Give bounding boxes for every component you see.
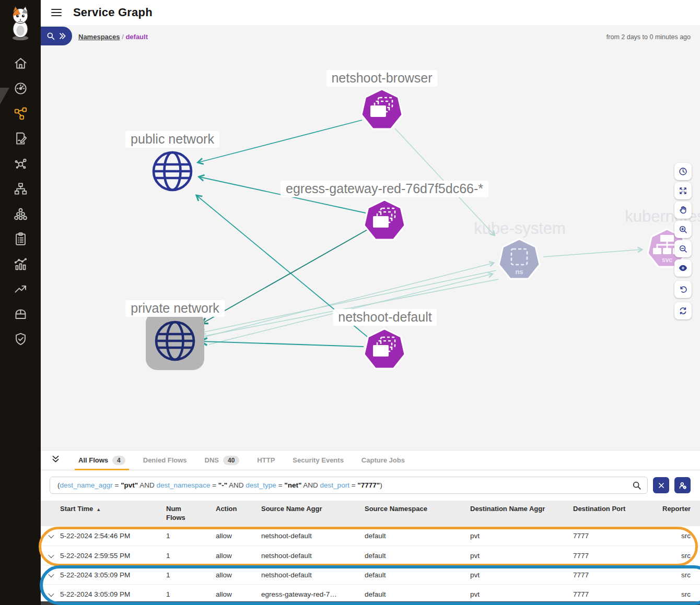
sidebar-item-security[interactable] [0, 326, 41, 351]
cell-source-name-aggr: egress-gateway-red-7… [261, 590, 365, 598]
node-kube-system[interactable]: ns [499, 239, 540, 279]
node-egress-gateway[interactable] [364, 200, 405, 240]
visibility-eye-icon [679, 264, 687, 272]
zoom-in-button[interactable] [674, 221, 692, 238]
breadcrumb-separator: / [122, 33, 124, 41]
query-token: "net" [284, 481, 301, 489]
node-label-private-network: private network [125, 300, 225, 317]
sidebar-item-network[interactable] [0, 151, 41, 176]
filter-query-input[interactable]: (dest_name_aggr = "pvt" AND dest_namespa… [50, 477, 648, 494]
sidebar-item-compliance[interactable] [0, 226, 41, 251]
collapse-panel-button[interactable] [51, 455, 60, 466]
time-button[interactable] [674, 163, 692, 180]
row-expand-chevron-icon[interactable] [48, 571, 54, 577]
search-icon[interactable] [632, 481, 641, 490]
column-header-source-namespace[interactable]: Source Namespace [365, 505, 470, 513]
sidebar-item-policies[interactable] [0, 126, 41, 151]
edge-kube-system-to-kubernetes[interactable] [543, 250, 641, 257]
time-range-label: from 2 days to 0 minutes ago [606, 33, 691, 41]
node-private-network[interactable] [146, 312, 204, 370]
app-window: Service Graph Namespaces / default from … [0, 0, 700, 605]
zoom-out-icon [679, 244, 687, 253]
cell-source-name-aggr: netshoot-default [261, 552, 365, 560]
cell-dest-port: 7777 [573, 571, 662, 579]
refresh-icon [679, 306, 687, 315]
cell-start-time: 5-22-2024 2:54:46 PM [60, 532, 166, 540]
sidebar-item-service-graph[interactable] [0, 101, 41, 126]
flow-table-row[interactable]: 5-22-2024 3:05:09 PM1allowegress-gateway… [41, 584, 700, 603]
row-expand-chevron-icon[interactable] [48, 590, 54, 596]
tab-denied-flows[interactable]: Denied Flows [134, 450, 196, 470]
column-header-reporter[interactable]: Reporter [662, 505, 691, 513]
dashboard-gauge-icon [14, 81, 28, 96]
hamburger-menu-icon[interactable] [51, 9, 62, 17]
node-label-public-network: public network [125, 131, 219, 148]
sidebar-item-endpoints[interactable] [0, 176, 41, 201]
sidebar-item-archive[interactable] [0, 301, 41, 326]
cell-start-time: 5-22-2024 3:05:09 PM [60, 571, 166, 579]
node-netshoot-default[interactable] [364, 329, 405, 369]
sidebar-item-clusters[interactable] [0, 201, 41, 226]
cell-action: allow [216, 590, 261, 598]
double-chevron-down-icon [51, 455, 60, 464]
column-header-destination-port[interactable]: Destination Port [573, 505, 662, 513]
zoom-out-button[interactable] [674, 240, 692, 257]
cell-dest-port: 7777 [573, 532, 662, 540]
security-shield-icon [14, 332, 28, 346]
query-token: "7777" [357, 481, 380, 489]
page-title: Service Graph [73, 6, 153, 19]
panel-bottom-bar [41, 601, 700, 605]
refresh-button[interactable] [674, 302, 692, 319]
network-molecule-icon [14, 157, 28, 171]
undo-button[interactable] [674, 281, 692, 298]
edge-netshoot-browser-to-public-network[interactable] [199, 120, 362, 162]
query-token: = [113, 481, 121, 489]
service-graph-canvas[interactable]: Namespaces / default from 2 days to 0 mi… [41, 25, 700, 450]
flows-table-body: 5-22-2024 2:54:46 PM1allownetshoot-defau… [41, 526, 700, 603]
service-badge: svc [662, 256, 672, 264]
pan-button[interactable] [674, 201, 692, 219]
row-expand-chevron-icon[interactable] [48, 552, 54, 557]
query-token: AND [301, 481, 320, 489]
graph-edges-and-nodes: ns svc [41, 25, 700, 450]
breadcrumb-namespaces-link[interactable]: Namespaces [78, 33, 120, 41]
sidebar-item-home[interactable] [0, 51, 41, 76]
tab-all-flows[interactable]: All Flows 4 [69, 450, 134, 470]
column-header-start-time[interactable]: Start Time▲ [60, 505, 166, 513]
edge-kube-system-to-private-network-2[interactable] [201, 279, 498, 337]
tab-http[interactable]: HTTP [248, 450, 284, 470]
cell-action: allow [216, 532, 261, 540]
visibility-button[interactable] [674, 259, 692, 277]
query-token: dest_name_aggr [60, 481, 113, 489]
cell-action: allow [216, 571, 261, 579]
edge-netshoot-default-to-private-network[interactable] [202, 341, 364, 347]
clear-filter-button[interactable] [653, 477, 669, 493]
cell-num-flows: 1 [166, 590, 216, 598]
filter-row: (dest_name_aggr = "pvt" AND dest_namespa… [41, 470, 700, 494]
zoom-in-icon [679, 225, 687, 234]
fit-screen-button[interactable] [674, 182, 692, 199]
tab-dns[interactable]: DNS 40 [196, 450, 249, 470]
pan-hand-icon [679, 206, 687, 215]
column-header-destination-name-aggr[interactable]: Destination Name Aggr [470, 505, 573, 513]
breadcrumb-current: default [125, 33, 148, 41]
namespace-badge: ns [515, 268, 523, 276]
node-netshoot-browser[interactable] [361, 89, 402, 129]
column-header-action[interactable]: Action [216, 505, 261, 513]
cell-source-namespace: default [365, 571, 470, 579]
graph-search-pill[interactable] [41, 27, 72, 45]
tab-capture-jobs[interactable]: Capture Jobs [353, 450, 414, 470]
node-public-network[interactable] [154, 152, 191, 190]
user-settings-button[interactable] [674, 477, 691, 493]
tab-security-events[interactable]: Security Events [284, 450, 353, 470]
flow-table-row[interactable]: 5-22-2024 2:59:55 PM1allownetshoot-defau… [41, 545, 700, 565]
column-header-source-name-aggr[interactable]: Source Name Aggr [261, 505, 365, 513]
sidebar-item-trends[interactable] [0, 276, 41, 301]
sidebar-item-metrics[interactable] [0, 251, 41, 276]
flow-table-row[interactable]: 5-22-2024 2:54:46 PM1allownetshoot-defau… [41, 526, 700, 545]
flow-table-row[interactable]: 5-22-2024 3:05:09 PM1allownetshoot-defau… [41, 565, 700, 584]
row-expand-chevron-icon[interactable] [48, 532, 54, 538]
column-header-num-flows[interactable]: Num Flows [166, 505, 216, 523]
archive-box-icon [14, 307, 28, 321]
endpoints-tree-icon [14, 182, 28, 196]
